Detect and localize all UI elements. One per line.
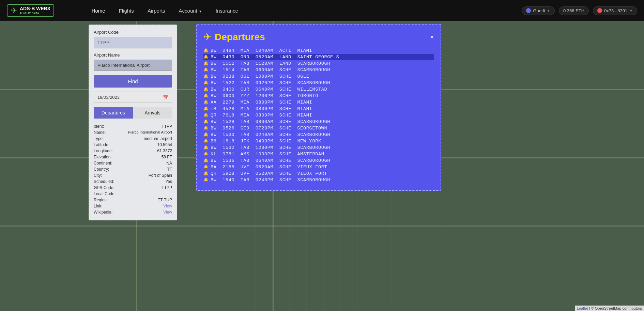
bell-icon: 🔔 [203, 158, 209, 163]
info-local-code: Local Code: [94, 191, 172, 197]
airport-code-input[interactable] [94, 37, 172, 48]
nav-flights[interactable]: Flights [119, 8, 134, 14]
info-type: Type: medium_airport [94, 136, 172, 142]
tab-departures[interactable]: Departures [94, 107, 133, 119]
name-val: Piarco International Airport [126, 130, 172, 135]
calendar-icon: 📅 [163, 95, 168, 100]
info-elevation: Elevation: 58 FT [94, 154, 172, 160]
gps-code-val: TTPP [126, 185, 172, 190]
flight-row[interactable]: 🔔BW 0238 OGL 1000PM SCHE OGLE [203, 73, 434, 80]
date-value: 19/03/2023 [97, 95, 120, 100]
info-continent: Continent: NA [94, 160, 172, 166]
flight-row[interactable]: 🔔BW 0526 GEO 0720PM SCHE GEORGETOWN [203, 125, 434, 131]
continent-key: Continent: [94, 161, 126, 166]
flight-data: BW 1536 TAB 0640AM SCHE SCARBOROUGH [211, 158, 330, 163]
flight-row[interactable]: 🔔AA 2279 MIA 0800PM SCHE MIAMI [203, 99, 434, 106]
continent-val: NA [126, 161, 172, 166]
flight-data: QR 5928 UVF 0520AM SCHE VIEUX FORT [211, 171, 327, 176]
modal-header: ✈ Departures × [203, 31, 434, 43]
logo[interactable]: ✈ ADS-B WEB3 FLIGHT DATA [7, 4, 54, 17]
tab-arrivals[interactable]: Arrivals [133, 107, 172, 119]
bell-icon: 🔔 [203, 100, 209, 105]
flight-data: AA 2279 MIA 0800PM SCHE MIAMI [211, 100, 312, 105]
logo-sub: FLIGHT DATA [20, 12, 50, 15]
flight-row[interactable]: 🔔BW 1530 TAB 0240AM SCHE SCARBOROUGH [203, 131, 434, 138]
nav-home[interactable]: Home [92, 8, 105, 14]
flight-row[interactable]: 🔔BA 2158 UVF 0520AM SCHE VIEUX FORT [203, 164, 434, 170]
airport-info-table: Ident: TTPP Name: Piarco International A… [94, 123, 172, 215]
region-val: TT-TUP [126, 198, 172, 202]
longitude-key: Longitude: [94, 149, 126, 153]
wallet-chevron-icon: ▼ [629, 9, 633, 13]
flight-row[interactable]: 🔔BW 0484 MIA 1040AM ACTI MIAMI [203, 47, 434, 54]
flight-row[interactable]: 🔔BW 0430 GND 0520AM LAND SAINT GEORGE S [203, 54, 434, 60]
modal-close-button[interactable]: × [430, 34, 434, 40]
country-val: TT [126, 167, 172, 172]
gps-code-key: GPS Code: [94, 185, 126, 190]
bell-icon: 🔔 [203, 87, 209, 92]
flight-row[interactable]: 🔔QR 7618 MIA 0800PM SCHE MIAMI [203, 112, 434, 119]
flight-row[interactable]: 🔔BW 1522 TAB 0920PM SCHE SCARBOROUGH [203, 80, 434, 86]
flights-list: 🔔BW 0484 MIA 1040AM ACTI MIAMI🔔BW 0430 G… [203, 47, 434, 183]
flight-row[interactable]: 🔔BW 0400 CUR 0640PM SCHE WILLEMSTAD [203, 86, 434, 93]
elevation-val: 58 FT [126, 155, 172, 159]
bell-icon: 🔔 [203, 132, 209, 137]
flight-row[interactable]: 🔔IB 4528 MIA 0800PM SCHE MIAMI [203, 106, 434, 112]
info-wikipedia: Wikipedia: View [94, 209, 172, 215]
nav-account[interactable]: Account ▼ [179, 8, 202, 14]
flight-data: KL 0781 AMS 1000PM SCHE AMSTERDAM [211, 152, 324, 157]
map-area[interactable]: Warrenville Airport Code Airport Name Fi… [0, 21, 644, 311]
flight-row[interactable]: 🔔BW 1528 TAB 0800AM SCHE SCARBOROUGH [203, 119, 434, 125]
flight-row[interactable]: 🔔BW 1514 TAB 0600AM SCHE SCARBOROUGH [203, 67, 434, 73]
flight-data: QR 7618 MIA 0800PM SCHE MIAMI [211, 113, 312, 118]
wallet-address: 0x73...8391 [604, 8, 627, 13]
link-val[interactable]: View [126, 204, 172, 208]
wikipedia-val[interactable]: View [126, 210, 172, 215]
info-gps-code: GPS Code: TTPP [94, 185, 172, 191]
eth-amount: 0.366 ETH [563, 8, 584, 13]
flight-row[interactable]: 🔔BW 0600 YYZ 1200PM SCHE TORONTO [203, 93, 434, 99]
info-longitude: Longitude: -61.3372 [94, 148, 172, 154]
ident-key: Ident: [94, 124, 126, 129]
map-attribution: Leaflet | © OpenStreetMap contributors [575, 306, 644, 311]
flight-row[interactable]: 🔔B6 1818 JFK 0400PM SCHE NEW YORK [203, 138, 434, 144]
flight-data: BW 1528 TAB 0800AM SCHE SCARBOROUGH [211, 119, 330, 124]
nav-airports[interactable]: Airports [148, 8, 165, 14]
flight-row[interactable]: 🔔KL 0781 AMS 1000PM SCHE AMSTERDAM [203, 151, 434, 157]
logo-name: ADS-B WEB3 [20, 6, 50, 11]
date-input[interactable]: 19/03/2023 📅 [94, 92, 172, 103]
info-scheduled: Scheduled: Yes [94, 178, 172, 185]
leaflet-link[interactable]: Leaflet [577, 306, 588, 310]
eth-amount-badge[interactable]: 0.366 ETH [559, 6, 589, 15]
tab-row: Departures Arrivals [94, 107, 172, 119]
map-road [0, 226, 644, 227]
network-badge[interactable]: Goerli ▼ [522, 6, 555, 15]
wallet-badge[interactable]: 0x73...8391 ▼ [593, 6, 637, 15]
bell-icon: 🔔 [203, 93, 209, 98]
region-key: Region: [94, 198, 126, 202]
flight-data: BW 0484 MIA 1040AM ACTI MIAMI [211, 48, 312, 53]
country-key: Country: [94, 167, 126, 172]
nav-insurance[interactable]: Insurance [216, 8, 238, 14]
longitude-val: -61.3372 [126, 149, 172, 153]
bell-icon: 🔔 [203, 139, 209, 144]
flight-data: BW 1540 TAB 0240PM SCHE SCARBOROUGH [211, 177, 330, 183]
bell-icon: 🔔 [203, 177, 209, 183]
link-key: Link: [94, 204, 126, 208]
latitude-key: Latitude: [94, 142, 126, 147]
flight-data: BW 1530 TAB 0240AM SCHE SCARBOROUGH [211, 132, 330, 137]
flight-row[interactable]: 🔔BW 1536 TAB 0640AM SCHE SCARBOROUGH [203, 157, 434, 164]
airport-name-input[interactable] [94, 60, 172, 71]
latitude-val: 10.5954 [126, 142, 172, 147]
flight-row[interactable]: 🔔QR 5928 UVF 0520AM SCHE VIEUX FORT [203, 170, 434, 177]
airport-name-label: Airport Name [94, 52, 172, 58]
flight-row[interactable]: 🔔BW 1512 TAB 1120AM LAND SCARBOROUGH [203, 60, 434, 67]
flight-row[interactable]: 🔔BW 1540 TAB 0240PM SCHE SCARBOROUGH [203, 177, 434, 183]
wallet-icon [597, 8, 602, 13]
type-key: Type: [94, 136, 126, 141]
find-button[interactable]: Find [94, 75, 172, 88]
network-label: Goerli [533, 8, 545, 13]
flight-row[interactable]: 🔔BW 1532 TAB 1200PM SCHE SCARBOROUGH [203, 144, 434, 151]
local-code-key: Local Code: [94, 191, 126, 196]
info-city: City: Port of Spain [94, 172, 172, 178]
